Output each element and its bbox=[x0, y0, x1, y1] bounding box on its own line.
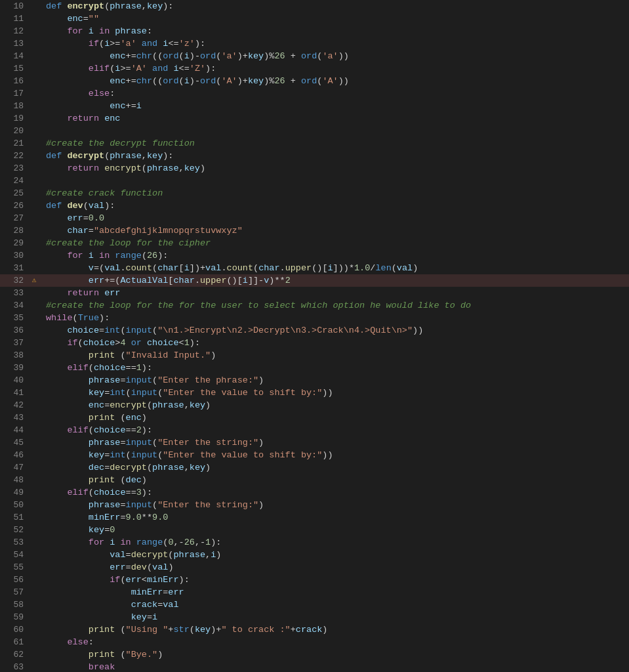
line-number: 22 bbox=[0, 150, 29, 162]
code-line: 33 return err bbox=[0, 287, 629, 299]
code-line: 39 elif(choice==1): bbox=[0, 362, 629, 374]
code-line: 37 if(choice>4 or choice<1): bbox=[0, 337, 629, 349]
code-line: 17 else: bbox=[0, 87, 629, 100]
line-number: 36 bbox=[0, 324, 29, 337]
line-number: 57 bbox=[0, 586, 29, 598]
code-text: phrase=input("Enter the phrase:") bbox=[39, 374, 629, 387]
line-number: 37 bbox=[0, 337, 29, 349]
line-number: 42 bbox=[0, 399, 29, 411]
code-line: 46 key=int(input("Enter the value to shi… bbox=[0, 449, 629, 461]
code-line: 45 phrase=input("Enter the string:") bbox=[0, 436, 629, 449]
code-text: elif(choice==3): bbox=[39, 486, 629, 499]
code-text: return encrypt(phrase,key) bbox=[39, 162, 629, 175]
code-text: enc=encrypt(phrase,key) bbox=[39, 399, 629, 411]
code-text: def decrypt(phrase,key): bbox=[39, 150, 629, 162]
line-number: 59 bbox=[0, 611, 29, 623]
line-number: 54 bbox=[0, 549, 29, 561]
code-line: 62 print ("Bye.") bbox=[0, 648, 629, 661]
line-number: 60 bbox=[0, 623, 29, 636]
line-number: 14 bbox=[0, 50, 29, 62]
code-line: 20 bbox=[0, 125, 629, 137]
code-text: #create the decrypt function bbox=[39, 137, 629, 150]
code-editor: 10 def encrypt(phrase,key): 11 enc="" 12… bbox=[0, 0, 629, 672]
line-number: 33 bbox=[0, 287, 29, 299]
code-line: 25 #create crack function bbox=[0, 187, 629, 200]
code-text: elif(choice==2): bbox=[39, 424, 629, 436]
code-line: 31 v=(val.count(char[i])+val.count(char.… bbox=[0, 262, 629, 274]
code-line: 54 val=decrypt(phrase,i) bbox=[0, 549, 629, 561]
line-number: 31 bbox=[0, 262, 29, 274]
line-number: 29 bbox=[0, 237, 29, 249]
code-line: 12 for i in phrase: bbox=[0, 25, 629, 37]
code-text: phrase=input("Enter the string:") bbox=[39, 499, 629, 511]
code-line: 21 #create the decrypt function bbox=[0, 137, 629, 150]
code-line: 49 elif(choice==3): bbox=[0, 486, 629, 499]
code-line: 42 enc=encrypt(phrase,key) bbox=[0, 399, 629, 411]
code-text: print ("Using "+str(key)+" to crack :"+c… bbox=[39, 623, 629, 636]
code-text: choice=int(input("\n1.>Encrypt\n2.>Decry… bbox=[39, 324, 629, 337]
line-number: 24 bbox=[0, 175, 29, 187]
code-line: 13 if(i>='a' and i<='z'): bbox=[0, 37, 629, 50]
code-text: for i in phrase: bbox=[39, 25, 629, 37]
code-text bbox=[39, 125, 629, 137]
code-line: 23 return encrypt(phrase,key) bbox=[0, 162, 629, 175]
code-line: 57 minErr=err bbox=[0, 586, 629, 598]
line-number: 51 bbox=[0, 511, 29, 524]
code-line: 15 elif(i>='A' and i<='Z'): bbox=[0, 62, 629, 75]
code-line: 51 minErr=9.0**9.0 bbox=[0, 511, 629, 524]
line-number: 48 bbox=[0, 474, 29, 486]
code-line: 44 elif(choice==2): bbox=[0, 424, 629, 436]
line-number: 21 bbox=[0, 137, 29, 150]
code-text bbox=[39, 175, 629, 187]
code-text: key=i bbox=[39, 611, 629, 623]
code-line: 22 def decrypt(phrase,key): bbox=[0, 150, 629, 162]
line-number: 19 bbox=[0, 112, 29, 125]
code-line: 26 def dev(val): bbox=[0, 200, 629, 212]
line-number: 40 bbox=[0, 374, 29, 387]
line-number: 52 bbox=[0, 524, 29, 536]
code-text: val=decrypt(phrase,i) bbox=[39, 549, 629, 561]
line-number: 35 bbox=[0, 312, 29, 324]
line-number: 10 bbox=[0, 0, 29, 12]
code-line: 11 enc="" bbox=[0, 12, 629, 25]
line-number: 26 bbox=[0, 200, 29, 212]
code-line: 27 err=0.0 bbox=[0, 212, 629, 224]
code-text: enc="" bbox=[39, 12, 629, 25]
line-number: 49 bbox=[0, 486, 29, 499]
line-number: 28 bbox=[0, 224, 29, 237]
code-line: 61 else: bbox=[0, 636, 629, 648]
code-text: #create the loop for the for the user to… bbox=[39, 299, 629, 312]
code-text: else: bbox=[39, 87, 629, 100]
code-line: 28 char="abcdefghijklmnopqrstuvwxyz" bbox=[0, 224, 629, 237]
code-line: 60 print ("Using "+str(key)+" to crack :… bbox=[0, 623, 629, 636]
line-number: 25 bbox=[0, 187, 29, 200]
code-text: v=(val.count(char[i])+val.count(char.upp… bbox=[39, 262, 629, 274]
code-text: char="abcdefghijklmnopqrstuvwxyz" bbox=[39, 224, 629, 237]
code-text: print ("Bye.") bbox=[39, 648, 629, 661]
code-text: enc+=i bbox=[39, 100, 629, 112]
code-line: 52 key=0 bbox=[0, 524, 629, 536]
code-text: crack=val bbox=[39, 598, 629, 611]
code-text: break bbox=[39, 661, 629, 672]
code-line: 36 choice=int(input("\n1.>Encrypt\n2.>De… bbox=[0, 324, 629, 337]
line-number: 55 bbox=[0, 561, 29, 574]
line-number: 39 bbox=[0, 362, 29, 374]
code-text: err=0.0 bbox=[39, 212, 629, 224]
code-line-warning: 32 ⚠ err+=(ActualVal[char.upper()[i]]-v)… bbox=[0, 274, 629, 287]
code-line: 56 if(err<minErr): bbox=[0, 574, 629, 586]
code-line: 10 def encrypt(phrase,key): bbox=[0, 0, 629, 12]
code-line: 41 key=int(input("Enter the value to shi… bbox=[0, 387, 629, 399]
code-text: print (dec) bbox=[39, 474, 629, 486]
code-text: if(err<minErr): bbox=[39, 574, 629, 586]
line-number: 47 bbox=[0, 461, 29, 474]
line-number: 38 bbox=[0, 349, 29, 362]
line-number: 27 bbox=[0, 212, 29, 224]
code-text: def dev(val): bbox=[39, 200, 629, 212]
line-number: 34 bbox=[0, 299, 29, 312]
code-text: enc+=chr((ord(i)-ord('a')+key)%26 + ord(… bbox=[39, 50, 629, 62]
line-number: 13 bbox=[0, 37, 29, 50]
code-text: enc+=chr((ord(i)-ord('A')+key)%26 + ord(… bbox=[39, 75, 629, 87]
code-text: elif(i>='A' and i<='Z'): bbox=[39, 62, 629, 75]
code-text: minErr=9.0**9.0 bbox=[39, 511, 629, 524]
code-line: 53 for i in range(0,-26,-1): bbox=[0, 536, 629, 549]
